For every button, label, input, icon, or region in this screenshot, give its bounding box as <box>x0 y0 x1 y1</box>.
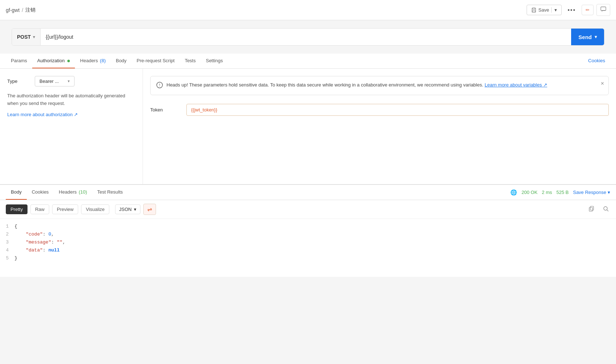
code-line-5: 5 } <box>0 254 616 262</box>
code-area: 1 { 2 "code": 0, 3 "message": "", 4 "dat… <box>0 219 616 277</box>
response-tab-headers[interactable]: Headers (10) <box>54 185 92 200</box>
token-label: Token <box>150 107 179 113</box>
method-selector[interactable]: POST ▾ <box>12 29 41 45</box>
tab-tests-label: Tests <box>185 58 195 63</box>
type-row: Type Bearer ... ▾ <box>7 76 135 86</box>
request-tabs: Params Authorization Headers (8) Body Pr… <box>0 54 616 69</box>
code-content-2: "code": 0, <box>14 230 54 238</box>
svg-rect-6 <box>590 206 594 210</box>
format-preview-button[interactable]: Preview <box>52 204 78 214</box>
response-tab-cookies[interactable]: Cookies <box>27 185 54 200</box>
request-name: 注销 <box>25 7 35 13</box>
edit-icon: ✏ <box>586 7 590 13</box>
tab-cookies[interactable]: Cookies <box>583 54 610 68</box>
send-chevron-icon: ▾ <box>595 34 597 39</box>
edit-button[interactable]: ✏ <box>582 5 594 15</box>
line-number-2: 2 <box>0 230 14 238</box>
search-button[interactable] <box>602 204 610 215</box>
format-pretty-button[interactable]: Pretty <box>6 204 28 214</box>
search-icon <box>603 206 609 212</box>
auth-left-panel: Type Bearer ... ▾ The authorization head… <box>0 69 143 184</box>
code-line-2: 2 "code": 0, <box>0 230 616 238</box>
json-chevron-icon: ▾ <box>134 207 136 212</box>
format-raw-button[interactable]: Raw <box>30 204 49 214</box>
comment-icon <box>600 8 606 13</box>
tab-headers[interactable]: Headers (8) <box>75 54 111 68</box>
format-visualize-button[interactable]: Visualize <box>81 204 109 214</box>
tab-pre-request-script[interactable]: Pre-request Script <box>132 54 180 68</box>
response-status: 200 OK <box>522 190 537 195</box>
tab-settings[interactable]: Settings <box>201 54 228 68</box>
token-input[interactable] <box>186 104 609 116</box>
token-row: Token <box>150 104 609 116</box>
authorization-dot <box>67 60 70 62</box>
url-bar-container: POST ▾ Send ▾ <box>0 20 616 54</box>
line-number-4: 4 <box>0 246 14 254</box>
top-bar: gf-gwt / 注销 Save ▾ ••• ✏ <box>0 0 616 20</box>
tab-headers-label: Headers <box>80 58 98 63</box>
json-label: JSON <box>119 207 132 212</box>
svg-rect-2 <box>532 10 535 12</box>
breadcrumb-separator: / <box>22 7 23 13</box>
copy-button[interactable] <box>587 204 596 215</box>
svg-line-9 <box>607 210 608 211</box>
auth-description: The authorization header will be automat… <box>7 92 135 107</box>
headers-badge: (8) <box>100 58 106 63</box>
response-tabs: Body Cookies Headers (10) Test Results 🌐… <box>0 185 616 200</box>
project-name: gf-gwt <box>6 7 20 13</box>
response-time: 2 ms <box>542 190 552 195</box>
response-tab-body[interactable]: Body <box>6 185 27 200</box>
response-tab-body-label: Body <box>11 189 22 195</box>
save-icon <box>531 8 536 13</box>
main-content: Type Bearer ... ▾ The authorization head… <box>0 69 616 185</box>
svg-text:!: ! <box>159 83 160 87</box>
learn-more-authorization-link[interactable]: Learn more about authorization ↗ <box>7 112 78 117</box>
tab-params[interactable]: Params <box>6 54 32 68</box>
response-tab-test-results[interactable]: Test Results <box>92 185 128 200</box>
json-selector[interactable]: JSON ▾ <box>115 204 140 214</box>
type-chevron-icon: ▾ <box>68 79 70 84</box>
tab-settings-label: Settings <box>206 58 223 63</box>
wrap-button[interactable]: ⇌ <box>143 204 156 215</box>
type-value: Bearer ... <box>39 79 59 84</box>
code-line-3: 3 "message": "", <box>0 238 616 246</box>
save-dropdown-icon[interactable]: ▾ <box>551 7 557 13</box>
save-response-button[interactable]: Save Response ▾ <box>573 190 610 195</box>
response-headers-badge: (10) <box>79 189 87 195</box>
svg-rect-1 <box>533 8 535 9</box>
save-button[interactable]: Save ▾ <box>527 5 562 15</box>
send-label: Send <box>578 34 592 40</box>
response-meta: 🌐 200 OK 2 ms 525 B Save Response ▾ <box>510 189 610 196</box>
comment-button[interactable] <box>596 4 610 16</box>
send-button[interactable]: Send ▾ <box>571 29 604 45</box>
warning-text: Heads up! These parameters hold sensitiv… <box>166 81 547 89</box>
tab-authorization-label: Authorization <box>37 58 65 63</box>
save-response-chevron-icon: ▾ <box>608 190 610 195</box>
code-content-1: { <box>14 223 17 230</box>
svg-rect-3 <box>601 7 606 10</box>
type-selector[interactable]: Bearer ... ▾ <box>35 76 75 86</box>
warning-banner: ! Heads up! These parameters hold sensit… <box>150 76 609 95</box>
save-response-label: Save Response <box>573 190 606 195</box>
method-chevron-icon: ▾ <box>33 35 35 39</box>
tab-body[interactable]: Body <box>111 54 132 68</box>
tab-cookies-label: Cookies <box>588 58 605 63</box>
url-bar: POST ▾ Send ▾ <box>12 28 604 46</box>
learn-more-variables-link[interactable]: Learn more about variables ↗ <box>485 82 547 88</box>
warning-icon: ! <box>156 82 163 90</box>
response-tab-headers-label: Headers <box>59 189 77 195</box>
save-label: Save <box>539 7 549 13</box>
code-line-4: 4 "data": null <box>0 246 616 254</box>
code-content-3: "message": "", <box>14 238 65 246</box>
top-bar-actions: Save ▾ ••• ✏ <box>527 4 610 16</box>
response-size: 525 B <box>556 190 569 195</box>
tab-pre-request-label: Pre-request Script <box>137 58 175 63</box>
url-input[interactable] <box>41 34 571 40</box>
response-area: Body Cookies Headers (10) Test Results 🌐… <box>0 185 616 277</box>
tab-tests[interactable]: Tests <box>180 54 201 68</box>
svg-point-8 <box>604 207 607 210</box>
code-content-4: "data": null <box>14 246 60 254</box>
tab-authorization[interactable]: Authorization <box>32 54 75 68</box>
warning-close-button[interactable]: × <box>601 81 604 86</box>
more-button[interactable]: ••• <box>565 5 579 16</box>
